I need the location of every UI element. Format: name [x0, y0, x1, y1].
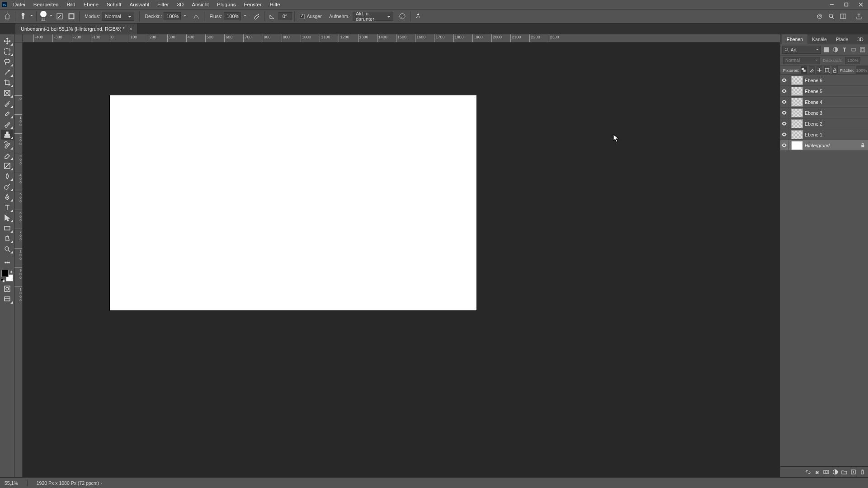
layer-thumbnail[interactable] [791, 130, 803, 139]
layer-visibility-icon[interactable] [780, 86, 788, 96]
new-layer-button[interactable] [849, 468, 857, 476]
layer-fill-input[interactable]: 100% [856, 66, 868, 74]
default-colors-icon[interactable] [1, 278, 5, 282]
mode-select[interactable]: Normal [102, 12, 134, 21]
layer-name[interactable]: Ebene 5 [805, 89, 822, 94]
edit-toolbox[interactable] [1, 258, 14, 267]
menu-datei[interactable]: Datei [9, 0, 29, 9]
brush-preview[interactable]: 22 [39, 10, 48, 22]
frame-tool[interactable] [1, 88, 14, 98]
layer-name[interactable]: Hintergrund [805, 143, 830, 148]
opacity-caret[interactable] [183, 15, 187, 18]
layer-row[interactable]: Ebene 2 [780, 118, 868, 129]
wand-tool[interactable] [1, 67, 14, 77]
layer-thumbnail[interactable] [791, 87, 803, 96]
menu-hilfe[interactable]: Hilfe [266, 0, 284, 9]
cloud-docs-button[interactable] [814, 11, 825, 22]
layer-name[interactable]: Ebene 4 [805, 99, 822, 105]
layer-fx-button[interactable]: fx [813, 468, 821, 476]
layer-mask-button[interactable] [822, 468, 830, 476]
layer-kind-select[interactable]: Art [782, 46, 821, 54]
layer-thumbnail[interactable] [791, 76, 803, 85]
pressure-size-button[interactable] [413, 11, 424, 22]
doc-info[interactable]: 1920 Px x 1080 Px (72 ppcm) [37, 480, 102, 486]
tool-preset-button[interactable] [18, 11, 28, 22]
ignore-adjustment-button[interactable] [397, 11, 408, 22]
eraser-tool[interactable] [1, 150, 14, 160]
zoom-tool[interactable] [1, 244, 14, 254]
adjustment-layer-button[interactable] [831, 468, 839, 476]
eyedropper-tool[interactable] [1, 99, 14, 108]
aligned-checkbox[interactable]: Ausger. [300, 14, 323, 19]
angle-input[interactable]: 0° [278, 12, 292, 20]
filter-pixel-icon[interactable] [823, 46, 830, 53]
lock-pixels-icon[interactable] [809, 66, 815, 74]
blend-mode-select[interactable]: Normal [783, 57, 820, 64]
ruler-origin[interactable] [14, 34, 23, 42]
menu-bearbeiten[interactable]: Bearbeiten [29, 0, 63, 9]
rect-marquee-tool[interactable] [1, 47, 14, 56]
brush-settings-button[interactable] [54, 11, 65, 22]
menu-bild[interactable]: Bild [62, 0, 79, 9]
layer-thumbnail[interactable] [791, 141, 803, 150]
menu-3d[interactable]: 3D [173, 0, 188, 9]
blur-tool[interactable] [1, 171, 14, 181]
airbrush-button[interactable] [251, 11, 262, 22]
fg-color-swatch[interactable] [1, 270, 9, 277]
ruler-vertical[interactable]: 01002003004005006007008009001000 [14, 42, 23, 477]
move-tool[interactable] [1, 36, 14, 46]
healing-tool[interactable] [1, 109, 14, 119]
lock-position-icon[interactable] [816, 66, 822, 74]
panel-tab-pfade[interactable]: Pfade [831, 34, 853, 44]
menu-plug-ins[interactable]: Plug-ins [213, 0, 240, 9]
layer-thumbnail[interactable] [791, 108, 803, 117]
layer-opacity-input[interactable]: 100% [845, 57, 860, 64]
document-canvas[interactable] [110, 95, 476, 310]
layer-row[interactable]: Ebene 1 [780, 129, 868, 140]
brush-panel-button[interactable] [66, 11, 77, 22]
layer-visibility-icon[interactable] [780, 129, 788, 140]
layer-row[interactable]: Ebene 6 [780, 75, 868, 86]
search-button[interactable] [826, 11, 837, 22]
history-brush-tool[interactable] [1, 140, 14, 150]
layer-row[interactable]: Hintergrund [780, 140, 868, 151]
layer-visibility-icon[interactable] [780, 75, 788, 85]
crop-tool[interactable] [1, 78, 14, 88]
layer-visibility-icon[interactable] [780, 140, 788, 150]
opacity-input[interactable]: 100% [164, 12, 181, 20]
gradient-tool[interactable] [1, 161, 14, 171]
close-tab-icon[interactable]: × [129, 26, 132, 32]
dodge-tool[interactable] [1, 182, 14, 192]
filter-adjust-icon[interactable] [832, 46, 839, 53]
panel-tab-kanäle[interactable]: Kanäle [807, 34, 831, 44]
pen-tool[interactable] [1, 192, 14, 202]
layer-row[interactable]: Ebene 5 [780, 86, 868, 97]
menu-auswahl[interactable]: Auswahl [126, 0, 153, 9]
menu-ebene[interactable]: Ebene [80, 0, 103, 9]
swap-colors-icon[interactable] [9, 270, 13, 273]
layer-name[interactable]: Ebene 2 [805, 121, 822, 127]
panel-tab-ebenen[interactable]: Ebenen [782, 34, 807, 44]
sample-select[interactable]: Akt. u. darunter [353, 12, 393, 21]
canvas-viewport[interactable] [23, 42, 780, 477]
type-tool[interactable] [1, 202, 14, 212]
close-button[interactable] [854, 0, 868, 9]
lasso-tool[interactable] [1, 57, 14, 67]
pressure-opacity-button[interactable] [191, 11, 202, 22]
layer-visibility-icon[interactable] [780, 97, 788, 107]
delete-layer-button[interactable] [858, 468, 866, 476]
layer-thumbnail[interactable] [791, 98, 803, 107]
layer-row[interactable]: Ebene 3 [780, 108, 868, 118]
brush-tool[interactable] [1, 119, 14, 129]
panel-tab-3d[interactable]: 3D [853, 34, 868, 44]
menu-filter[interactable]: Filter [153, 0, 173, 9]
ruler-horizontal[interactable]: -400-300-200-100010020030040050060070080… [23, 34, 780, 42]
menu-ansicht[interactable]: Ansicht [188, 0, 213, 9]
link-layers-button[interactable] [804, 468, 812, 476]
layer-visibility-icon[interactable] [780, 118, 788, 129]
layer-visibility-icon[interactable] [780, 108, 788, 118]
minimize-button[interactable] [825, 0, 839, 9]
path-select-tool[interactable] [1, 213, 14, 223]
stamp-tool[interactable] [1, 130, 14, 140]
screenmode-button[interactable] [1, 294, 14, 304]
